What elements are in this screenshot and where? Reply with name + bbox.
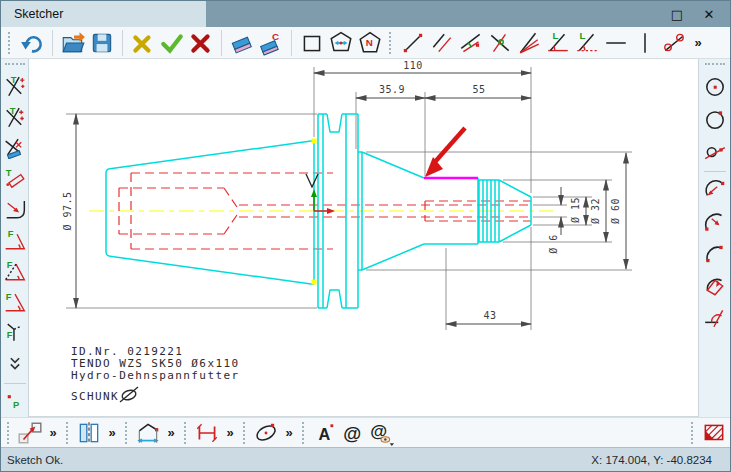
trim-length-tool-icon[interactable]: T [3,167,27,190]
dim-collar-dia: Ø 60 [610,153,626,269]
close-button[interactable]: ✕ [700,7,718,22]
window-title: Sketcher [14,7,63,21]
dim-front-length: 55 [425,84,531,98]
ellipse-tools-overflow-button[interactable]: » [281,425,297,440]
toolbar-drag-handle[interactable] [66,422,71,444]
extension-lines [66,67,632,330]
trim-intersect-tool-icon[interactable]: T [3,75,27,98]
toolbar-drag-handle[interactable] [705,63,725,68]
dimension-tools-overflow-button[interactable]: » [163,425,179,440]
mirror-tools-overflow-button[interactable]: » [104,425,120,440]
hdim-tools-overflow-button[interactable]: » [222,425,238,440]
toolbar-drag-handle[interactable] [7,422,12,444]
toolbar-drag-handle[interactable] [691,422,696,444]
toolbar-drag-handle[interactable] [302,422,307,444]
title-note[interactable]: ID.Nr. 0219221 TENDO WZS SK50 Ø6x110 Hyd… [71,345,239,403]
dimensions[interactable]: 110 35.9 55 43 [62,60,626,324]
right-toolbar [698,59,730,417]
cancel-icon[interactable] [188,30,214,56]
text-tool-icon[interactable]: A [312,420,338,446]
n-gon-tool-icon[interactable]: N [357,30,383,56]
annotation-visibility-tool-icon[interactable]: @ [368,420,394,446]
trim-two-tool-icon[interactable]: T [3,106,27,129]
toolbar-drag-handle[interactable] [8,32,13,54]
corner-tool-icon[interactable]: F [3,321,27,344]
dimension-tool-icon[interactable] [135,420,161,446]
move-copy-tool-icon[interactable] [17,420,43,446]
svg-text:55: 55 [472,84,485,95]
discard-icon[interactable] [130,30,156,56]
accept-icon[interactable] [159,30,185,56]
arc-chord-tool-icon[interactable] [703,274,727,298]
angle-line-tool-icon[interactable] [458,30,484,56]
svg-text:L: L [579,30,585,41]
move-tools-overflow-button[interactable]: » [45,425,61,440]
toolbar-separator [291,30,292,56]
taper-cone [106,141,311,284]
annotation-arrow [425,128,465,177]
svg-text:F: F [7,229,13,239]
svg-text:L: L [553,30,559,41]
angle-bisector-tool-icon[interactable] [516,30,542,56]
more-tools-icon[interactable] [3,352,27,375]
left-toolbar: T T T F [1,59,29,417]
sketcher-window: Sketcher □ ✕ [0,0,731,472]
circle-point-tool-icon[interactable] [703,107,727,131]
svg-text:T: T [5,169,11,179]
sketch-drawing: 110 35.9 55 43 [29,59,699,419]
arc-tangent-tool-icon[interactable] [703,306,727,330]
hatch-tool-icon[interactable] [701,420,727,446]
toolbar-drag-handle[interactable] [125,422,130,444]
svg-text:Ø 32: Ø 32 [590,198,601,224]
arc-radius-tool-icon[interactable] [703,210,727,234]
arc-center-tool-icon[interactable] [703,178,727,202]
sketch-canvas[interactable]: 110 35.9 55 43 [29,59,698,417]
parallel-line-tool-icon[interactable] [429,30,455,56]
annotation-tool-icon[interactable]: @ [340,420,366,446]
toolbar-drag-handle[interactable] [5,63,25,68]
dim-overall-length: 110 [314,60,531,73]
window-title-tab[interactable]: Sketcher [1,1,206,27]
svg-text:A: A [319,424,331,442]
toolbar-drag-handle[interactable] [389,32,394,54]
toolbar-drag-handle[interactable] [243,422,248,444]
svg-text:P: P [12,400,18,410]
window-controls: □ ✕ [668,1,730,27]
vertical-line-tool-icon[interactable] [632,30,658,56]
line-length-angle-tool-icon[interactable]: L [545,30,571,56]
mirror-tool-icon[interactable] [76,420,102,446]
perpendicular-line-tool-icon[interactable] [487,30,513,56]
cursor-coordinates: X: 174.004, Y: -40.8234 [591,454,724,466]
dim-nose-dia: Ø 15 [570,197,586,225]
arc-three-point-tool-icon[interactable] [703,242,727,266]
svg-text:Ø 6: Ø 6 [548,234,559,254]
toolbar-drag-handle[interactable] [184,422,189,444]
horizontal-line-tool-icon[interactable] [603,30,629,56]
horizontal-dimension-tool-icon[interactable] [194,420,220,446]
delete-segment-tool-icon[interactable] [3,137,27,160]
point-tool-icon[interactable]: P [3,390,27,413]
chamfer-distance-tool-icon[interactable]: F [3,260,27,283]
erase-icon[interactable] [229,30,255,56]
polygon-tool-icon[interactable] [328,30,354,56]
maximize-button[interactable]: □ [668,7,686,22]
tangent-line-tool-icon[interactable] [661,30,687,56]
toolbar-overflow-button[interactable]: » [690,35,706,50]
line-tool-icon[interactable] [400,30,426,56]
open-file-icon[interactable] [60,30,86,56]
chamfer-angle-tool-icon[interactable]: F [3,229,27,252]
svg-text:T: T [10,75,16,85]
circle-center-tool-icon[interactable] [703,75,727,99]
undo-icon[interactable] [19,30,45,56]
ellipse-tool-icon[interactable] [253,420,279,446]
save-icon[interactable] [89,30,115,56]
dim-body-dia: Ø 32 [590,180,606,242]
rectangle-tool-icon[interactable] [299,30,325,56]
chamfer-two-distance-tool-icon[interactable]: F [3,291,27,314]
svg-text:43: 43 [483,310,496,321]
circle-tangent-tool-icon[interactable] [703,139,727,163]
erase-constraints-icon[interactable]: C [258,30,284,56]
svg-text:Ø 15: Ø 15 [570,197,581,223]
line-length-angle-ref-tool-icon[interactable]: L [574,30,600,56]
fillet-tool-icon[interactable] [3,198,27,221]
